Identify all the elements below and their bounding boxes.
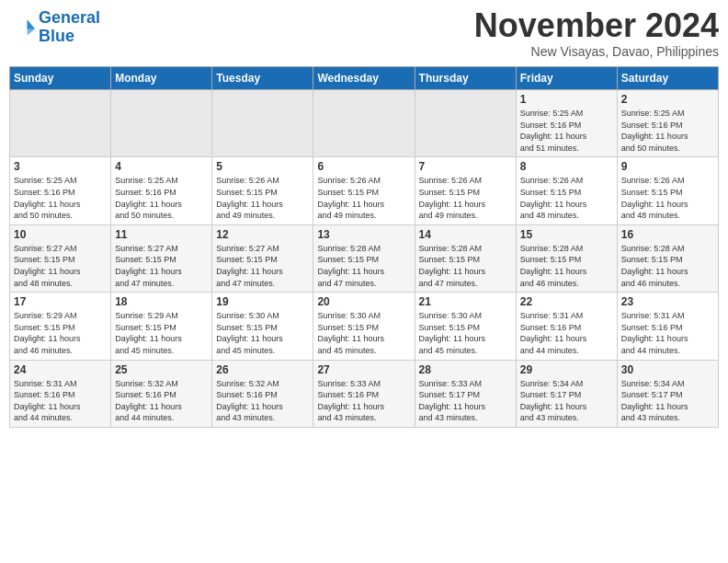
day-number: 30: [621, 363, 714, 376]
day-info: Sunrise: 5:29 AM Sunset: 5:15 PM Dayligh…: [115, 310, 208, 356]
calendar-cell: 13Sunrise: 5:28 AM Sunset: 5:15 PM Dayli…: [313, 224, 415, 292]
calendar-cell: 11Sunrise: 5:27 AM Sunset: 5:15 PM Dayli…: [111, 224, 212, 292]
day-info: Sunrise: 5:28 AM Sunset: 5:15 PM Dayligh…: [520, 243, 613, 289]
week-row-2: 3Sunrise: 5:25 AM Sunset: 5:16 PM Daylig…: [10, 157, 719, 224]
day-info: Sunrise: 5:30 AM Sunset: 5:15 PM Dayligh…: [216, 310, 309, 356]
day-number: 25: [115, 363, 208, 376]
calendar-cell: 21Sunrise: 5:30 AM Sunset: 5:15 PM Dayli…: [415, 293, 516, 360]
calendar-cell: 24Sunrise: 5:31 AM Sunset: 5:16 PM Dayli…: [10, 360, 111, 427]
day-number: 14: [419, 228, 512, 241]
day-info: Sunrise: 5:33 AM Sunset: 5:16 PM Dayligh…: [317, 378, 410, 424]
calendar-cell: 18Sunrise: 5:29 AM Sunset: 5:15 PM Dayli…: [111, 293, 212, 360]
calendar-cell: 12Sunrise: 5:27 AM Sunset: 5:15 PM Dayli…: [212, 224, 313, 292]
day-number: 18: [115, 295, 208, 308]
calendar-cell: [10, 90, 111, 157]
weekday-header-row: Sunday Monday Tuesday Wednesday Thursday…: [10, 67, 719, 90]
calendar-cell: 16Sunrise: 5:28 AM Sunset: 5:15 PM Dayli…: [617, 224, 718, 292]
calendar-cell: 17Sunrise: 5:29 AM Sunset: 5:15 PM Dayli…: [10, 293, 111, 360]
day-info: Sunrise: 5:25 AM Sunset: 5:16 PM Dayligh…: [520, 108, 613, 154]
calendar-cell: 28Sunrise: 5:33 AM Sunset: 5:17 PM Dayli…: [415, 360, 516, 427]
header-saturday: Saturday: [617, 67, 718, 90]
calendar-table: Sunday Monday Tuesday Wednesday Thursday…: [9, 66, 719, 428]
day-info: Sunrise: 5:28 AM Sunset: 5:15 PM Dayligh…: [621, 243, 714, 289]
header-thursday: Thursday: [415, 67, 516, 90]
day-number: 9: [621, 160, 714, 173]
day-number: 27: [317, 363, 410, 376]
day-info: Sunrise: 5:31 AM Sunset: 5:16 PM Dayligh…: [14, 378, 107, 424]
header-wednesday: Wednesday: [313, 67, 415, 90]
day-number: 26: [216, 363, 309, 376]
header-monday: Monday: [111, 67, 212, 90]
day-info: Sunrise: 5:32 AM Sunset: 5:16 PM Dayligh…: [115, 378, 208, 424]
day-info: Sunrise: 5:25 AM Sunset: 5:16 PM Dayligh…: [621, 108, 714, 154]
calendar-cell: [313, 90, 415, 157]
day-number: 1: [520, 93, 613, 106]
header-sunday: Sunday: [10, 67, 111, 90]
week-row-4: 17Sunrise: 5:29 AM Sunset: 5:15 PM Dayli…: [10, 293, 719, 360]
day-info: Sunrise: 5:27 AM Sunset: 5:15 PM Dayligh…: [14, 243, 107, 289]
day-number: 3: [14, 160, 107, 173]
location-subtitle: New Visayas, Davao, Philippines: [474, 44, 719, 59]
calendar-cell: 7Sunrise: 5:26 AM Sunset: 5:15 PM Daylig…: [415, 157, 516, 224]
day-info: Sunrise: 5:25 AM Sunset: 5:16 PM Dayligh…: [14, 175, 107, 221]
calendar-cell: 15Sunrise: 5:28 AM Sunset: 5:15 PM Dayli…: [516, 224, 617, 292]
day-info: Sunrise: 5:26 AM Sunset: 5:15 PM Dayligh…: [520, 175, 613, 221]
day-info: Sunrise: 5:28 AM Sunset: 5:15 PM Dayligh…: [317, 243, 410, 289]
day-info: Sunrise: 5:31 AM Sunset: 5:16 PM Dayligh…: [520, 310, 613, 356]
day-info: Sunrise: 5:29 AM Sunset: 5:15 PM Dayligh…: [14, 310, 107, 356]
logo-text: General Blue: [39, 9, 100, 46]
day-info: Sunrise: 5:26 AM Sunset: 5:15 PM Dayligh…: [621, 175, 714, 221]
calendar-cell: 27Sunrise: 5:33 AM Sunset: 5:16 PM Dayli…: [313, 360, 415, 427]
svg-marker-2: [28, 19, 35, 35]
day-number: 6: [317, 160, 410, 173]
calendar-cell: [212, 90, 313, 157]
day-info: Sunrise: 5:32 AM Sunset: 5:16 PM Dayligh…: [216, 378, 309, 424]
day-info: Sunrise: 5:30 AM Sunset: 5:15 PM Dayligh…: [419, 310, 512, 356]
day-number: 28: [419, 363, 512, 376]
logo-icon: [9, 15, 35, 40]
day-number: 22: [520, 295, 613, 308]
day-info: Sunrise: 5:25 AM Sunset: 5:16 PM Dayligh…: [115, 175, 208, 221]
calendar-cell: 25Sunrise: 5:32 AM Sunset: 5:16 PM Dayli…: [111, 360, 212, 427]
calendar-cell: 2Sunrise: 5:25 AM Sunset: 5:16 PM Daylig…: [617, 90, 718, 157]
calendar-cell: 5Sunrise: 5:26 AM Sunset: 5:15 PM Daylig…: [212, 157, 313, 224]
day-number: 15: [520, 228, 613, 241]
day-number: 20: [317, 295, 410, 308]
day-number: 19: [216, 295, 309, 308]
day-number: 23: [621, 295, 714, 308]
day-info: Sunrise: 5:33 AM Sunset: 5:17 PM Dayligh…: [419, 378, 512, 424]
calendar-cell: 23Sunrise: 5:31 AM Sunset: 5:16 PM Dayli…: [617, 293, 718, 360]
day-info: Sunrise: 5:26 AM Sunset: 5:15 PM Dayligh…: [317, 175, 410, 221]
calendar-cell: 14Sunrise: 5:28 AM Sunset: 5:15 PM Dayli…: [415, 224, 516, 292]
logo: General Blue: [9, 9, 100, 46]
calendar-cell: 20Sunrise: 5:30 AM Sunset: 5:15 PM Dayli…: [313, 293, 415, 360]
day-number: 7: [419, 160, 512, 173]
day-number: 16: [621, 228, 714, 241]
calendar-cell: 8Sunrise: 5:26 AM Sunset: 5:15 PM Daylig…: [516, 157, 617, 224]
day-number: 17: [14, 295, 107, 308]
calendar-cell: [111, 90, 212, 157]
day-info: Sunrise: 5:26 AM Sunset: 5:15 PM Dayligh…: [216, 175, 309, 221]
calendar-cell: 6Sunrise: 5:26 AM Sunset: 5:15 PM Daylig…: [313, 157, 415, 224]
page-header: General Blue November 2024 New Visayas, …: [9, 9, 719, 59]
calendar-cell: 9Sunrise: 5:26 AM Sunset: 5:15 PM Daylig…: [617, 157, 718, 224]
day-number: 2: [621, 93, 714, 106]
day-number: 13: [317, 228, 410, 241]
header-friday: Friday: [516, 67, 617, 90]
day-number: 29: [520, 363, 613, 376]
calendar-cell: 22Sunrise: 5:31 AM Sunset: 5:16 PM Dayli…: [516, 293, 617, 360]
day-info: Sunrise: 5:27 AM Sunset: 5:15 PM Dayligh…: [115, 243, 208, 289]
day-info: Sunrise: 5:26 AM Sunset: 5:15 PM Dayligh…: [419, 175, 512, 221]
calendar-cell: 3Sunrise: 5:25 AM Sunset: 5:16 PM Daylig…: [10, 157, 111, 224]
calendar-cell: 4Sunrise: 5:25 AM Sunset: 5:16 PM Daylig…: [111, 157, 212, 224]
week-row-5: 24Sunrise: 5:31 AM Sunset: 5:16 PM Dayli…: [10, 360, 719, 427]
day-info: Sunrise: 5:31 AM Sunset: 5:16 PM Dayligh…: [621, 310, 714, 356]
day-info: Sunrise: 5:34 AM Sunset: 5:17 PM Dayligh…: [520, 378, 613, 424]
calendar-cell: [415, 90, 516, 157]
week-row-1: 1Sunrise: 5:25 AM Sunset: 5:16 PM Daylig…: [10, 90, 719, 157]
month-title: November 2024: [474, 9, 719, 42]
day-info: Sunrise: 5:30 AM Sunset: 5:15 PM Dayligh…: [317, 310, 410, 356]
calendar-cell: 29Sunrise: 5:34 AM Sunset: 5:17 PM Dayli…: [516, 360, 617, 427]
day-number: 4: [115, 160, 208, 173]
day-number: 10: [14, 228, 107, 241]
